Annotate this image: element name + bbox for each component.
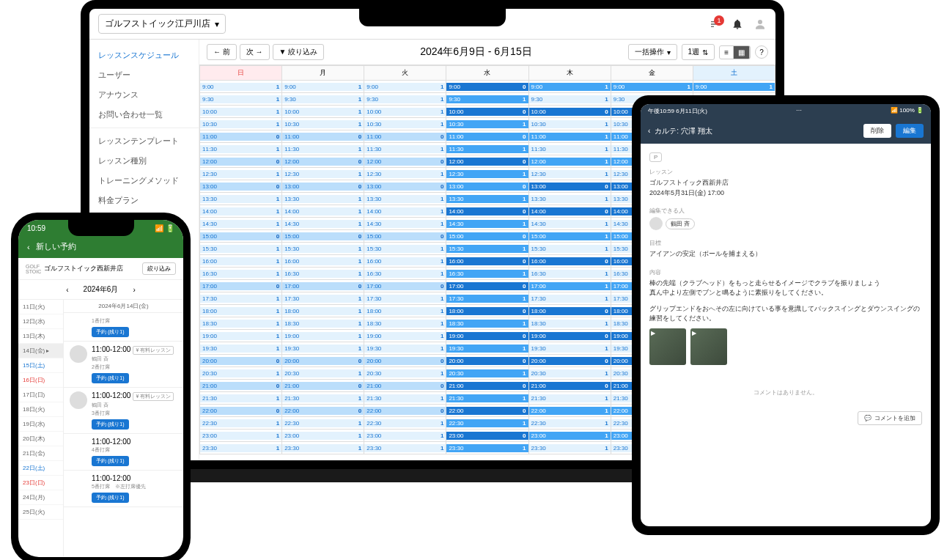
phone-date[interactable]: 23日(日) <box>18 476 63 490</box>
phone-date[interactable]: 15日(土) <box>18 358 63 373</box>
view-grid-icon[interactable]: ▦ <box>734 46 750 59</box>
time-slot[interactable]: 18:000 <box>529 307 611 315</box>
time-slot[interactable]: 13:301 <box>529 195 611 203</box>
time-slot[interactable]: 15:301 <box>446 245 528 253</box>
time-slot[interactable]: 13:301 <box>282 195 364 203</box>
time-slot[interactable]: 16:001 <box>200 257 281 265</box>
time-slot[interactable]: 12:000 <box>200 158 281 166</box>
time-slot[interactable]: 23:000 <box>446 432 528 440</box>
time-slot[interactable]: 23:001 <box>200 432 281 440</box>
time-slot[interactable]: 20:000 <box>446 357 528 365</box>
time-slot[interactable]: 19:000 <box>529 332 611 340</box>
time-slot[interactable]: 10:301 <box>282 120 364 128</box>
sidebar-item[interactable]: ユーザー <box>89 65 199 85</box>
reserve-button[interactable]: 予約 (残り1) <box>92 493 129 503</box>
time-slot[interactable]: 20:301 <box>529 369 611 377</box>
reserve-button[interactable]: 予約 (残り1) <box>92 373 129 383</box>
time-slot[interactable]: 12:301 <box>282 170 364 178</box>
time-slot[interactable]: 14:301 <box>364 220 446 228</box>
user-icon[interactable] <box>753 18 767 31</box>
next-button[interactable]: 次 → <box>240 44 270 60</box>
phone-date[interactable]: 24日(月) <box>18 490 63 505</box>
time-slot[interactable]: 18:301 <box>529 320 611 328</box>
time-slot[interactable]: 20:301 <box>282 369 364 377</box>
time-slot[interactable]: 13:000 <box>200 183 281 191</box>
phone-date[interactable]: 25日(火) <box>18 505 63 520</box>
time-slot[interactable]: 11:000 <box>282 133 364 141</box>
phone-slot-list[interactable]: 2024年6月14日(金) 1番打席予約 (残り1)11:00-12:00¥ 有… <box>64 300 183 556</box>
sidebar-item[interactable]: お問い合わせ一覧 <box>89 105 199 125</box>
time-slot[interactable]: 10:301 <box>446 120 528 128</box>
video-thumbnail[interactable] <box>690 328 727 365</box>
time-slot[interactable]: 9:301 <box>364 95 446 103</box>
time-slot[interactable]: 18:000 <box>446 307 528 315</box>
time-slot[interactable]: 9:001 <box>364 83 446 91</box>
time-slot[interactable]: 12:000 <box>282 158 364 166</box>
time-slot[interactable]: 10:000 <box>446 108 528 116</box>
time-slot[interactable]: 18:301 <box>364 320 446 328</box>
phone-date[interactable]: 19日(水) <box>18 417 63 432</box>
time-slot[interactable]: 11:301 <box>529 145 611 153</box>
time-slot[interactable]: 17:301 <box>200 295 281 303</box>
time-slot[interactable]: 21:000 <box>446 382 528 390</box>
sidebar-item[interactable]: レッスンテンプレート <box>89 131 199 151</box>
time-slot[interactable]: 23:301 <box>529 444 611 452</box>
time-slot[interactable]: 12:301 <box>446 170 528 178</box>
sidebar-item[interactable]: レッスン種別 <box>89 151 199 171</box>
phone-date[interactable]: 16日(日) <box>18 373 63 388</box>
time-slot[interactable]: 23:301 <box>364 444 446 452</box>
time-slot[interactable]: 12:301 <box>200 170 281 178</box>
time-slot[interactable]: 19:301 <box>529 345 611 353</box>
time-slot[interactable]: 9:001 <box>611 83 693 91</box>
time-slot[interactable]: 19:001 <box>200 332 281 340</box>
time-slot[interactable]: 12:301 <box>364 170 446 178</box>
time-slot[interactable]: 13:000 <box>282 183 364 191</box>
reserve-button[interactable]: 予約 (残り1) <box>92 419 129 430</box>
phone-date[interactable]: 13日(木) <box>18 329 63 344</box>
time-slot[interactable]: 16:001 <box>364 257 446 265</box>
time-slot[interactable]: 22:000 <box>446 407 528 415</box>
time-slot[interactable]: 17:301 <box>282 295 364 303</box>
store-selector[interactable]: ゴルフストイック江戸川店 ▾ <box>98 14 226 34</box>
reserve-button[interactable]: 予約 (残り1) <box>92 456 129 466</box>
time-slot[interactable]: 9:301 <box>529 95 611 103</box>
time-slot[interactable]: 22:301 <box>200 419 281 427</box>
time-slot[interactable]: 12:001 <box>529 158 611 166</box>
time-slot[interactable]: 10:301 <box>200 120 281 128</box>
phone-date[interactable]: 17日(日) <box>18 388 63 402</box>
time-slot[interactable]: 16:301 <box>200 270 281 278</box>
time-slot[interactable]: 18:301 <box>446 320 528 328</box>
time-slot[interactable]: 17:301 <box>364 295 446 303</box>
time-slot[interactable]: 23:001 <box>282 432 364 440</box>
time-slot[interactable]: 16:301 <box>529 270 611 278</box>
time-slot[interactable]: 10:001 <box>282 108 364 116</box>
time-slot[interactable]: 19:301 <box>364 345 446 353</box>
time-slot[interactable]: 23:301 <box>200 444 281 452</box>
time-slot[interactable]: 22:301 <box>529 419 611 427</box>
time-slot[interactable]: 10:301 <box>364 120 446 128</box>
time-slot[interactable]: 14:001 <box>282 207 364 215</box>
view-toggle[interactable]: ≡ ▦ <box>719 45 751 59</box>
phone-date[interactable]: 20日(木) <box>18 432 63 446</box>
time-slot[interactable]: 22:301 <box>282 419 364 427</box>
time-slot[interactable]: 14:000 <box>529 207 611 215</box>
time-slot[interactable]: 15:000 <box>282 232 364 240</box>
time-slot[interactable]: 22:000 <box>282 407 364 415</box>
time-slot[interactable]: 9:301 <box>200 95 281 103</box>
time-slot[interactable]: 15:001 <box>529 232 611 240</box>
settings-icon[interactable]: 1 <box>710 18 721 30</box>
time-slot[interactable]: 10:001 <box>200 108 281 116</box>
time-slot[interactable]: 11:301 <box>200 145 281 153</box>
phone-date[interactable]: 12日(水) <box>18 314 63 329</box>
back-icon[interactable]: ‹ <box>648 127 650 135</box>
time-slot[interactable]: 10:001 <box>364 108 446 116</box>
time-slot[interactable]: 21:301 <box>200 394 281 402</box>
time-slot[interactable]: 20:301 <box>446 369 528 377</box>
time-slot[interactable]: 19:001 <box>364 332 446 340</box>
time-slot[interactable]: 21:301 <box>529 394 611 402</box>
time-slot[interactable]: 12:000 <box>364 158 446 166</box>
time-slot[interactable]: 9:001 <box>529 83 611 91</box>
time-slot[interactable]: 15:301 <box>282 245 364 253</box>
time-slot[interactable]: 22:301 <box>446 419 528 427</box>
phone-date[interactable]: 14日(金) ▸ <box>18 344 63 358</box>
